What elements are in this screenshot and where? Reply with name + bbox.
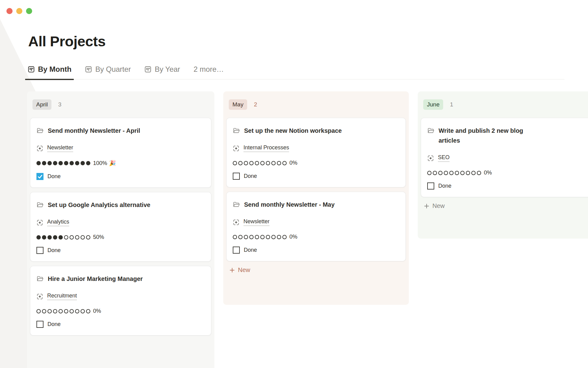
progress-dot [42,309,46,313]
check-icon [37,174,43,179]
progress-dot [433,171,437,175]
progress-dot [255,161,259,165]
column-tag-june[interactable]: June [423,99,443,110]
open-folder-icon [36,275,44,282]
done-checkbox[interactable] [233,247,240,254]
done-checkbox[interactable] [36,247,43,254]
new-item-label: New [238,266,250,274]
progress-dot [244,161,248,165]
progress-dot [460,171,465,175]
progress-dot [75,161,79,165]
tab-label: By Month [38,65,71,74]
progress-row: 100% 🎉 [36,160,205,167]
progress-dot [58,309,63,313]
progress-dot [81,235,85,240]
open-folder-icon [36,127,44,134]
new-item-button[interactable]: New [421,199,588,213]
progress-dot [249,235,254,239]
tab-by-month[interactable]: By Month [28,65,71,74]
page-title: All Projects [28,33,106,50]
project-card[interactable]: Hire a Junior Marketing Manager Recruitm… [30,266,211,335]
new-item-label: New [432,202,445,209]
progress-dot [53,309,57,313]
project-card[interactable]: Set up Google Analytics alternative Anal… [30,192,211,262]
notion-board-page: All Projects By Month By Quarter By Year [0,0,588,368]
progress-percent: 100% [93,160,107,167]
progress-dot [64,309,68,313]
progress-percent: 50% [93,234,104,240]
column-header: May 2 [223,91,409,110]
tab-by-quarter[interactable]: By Quarter [85,65,131,74]
zoom-window-button[interactable] [26,8,32,14]
project-card[interactable]: Send monthly Newsletter - May Newsletter… [226,192,406,261]
progress-dot [75,309,79,313]
project-relation-link[interactable]: Newsletter [233,218,270,226]
close-window-button[interactable] [6,8,13,14]
progress-percent: 0% [289,160,297,166]
column-header: April 3 [27,91,214,110]
progress-dot [271,161,276,165]
column-tag-may[interactable]: May [229,99,247,110]
relation-label: Internal Processes [243,144,289,152]
project-relation-link[interactable]: Internal Processes [233,144,289,152]
progress-dot [255,235,259,239]
progress-dot [36,309,41,313]
board-column-june: June 1 Write and publish 2 new blog arti… [418,91,588,239]
project-relation-link[interactable]: Recruitment [36,293,77,300]
progress-dot [81,161,85,165]
progress-dot [471,171,476,175]
relation-target-icon [233,145,239,152]
progress-percent: 0% [289,234,297,240]
minimize-window-button[interactable] [16,8,22,14]
progress-dot [86,309,90,313]
relation-target-icon [36,293,43,300]
progress-dot [53,235,57,240]
card-title: Hire a Junior Marketing Manager [48,274,143,284]
progress-dot [244,235,248,239]
project-card[interactable]: Write and publish 2 new blog articles SE… [421,118,588,197]
relation-label: Analytics [47,219,69,226]
board-column-may: May 2 Set up the new Notion workspace In… [223,91,409,305]
done-checkbox[interactable] [36,321,43,328]
project-relation-link[interactable]: Analytics [36,219,69,226]
progress-dot [238,235,243,239]
progress-dot [42,235,46,240]
tab-by-year[interactable]: By Year [144,65,180,74]
window-controls [6,8,32,14]
progress-dot [466,171,470,175]
tab-more-views[interactable]: 2 more… [194,65,224,74]
progress-row: 0% [233,160,399,166]
progress-dot [282,161,287,165]
done-label: Done [47,321,61,328]
relation-target-icon [36,145,43,152]
project-card[interactable]: Send monthly Newsletter - April Newslett… [30,118,211,188]
done-checkbox[interactable] [233,173,240,180]
open-folder-icon [427,127,435,134]
progress-dot [47,235,52,240]
progress-dot [64,161,68,165]
progress-percent: 0% [484,170,492,176]
column-card-count: 3 [58,101,62,108]
progress-percent: 0% [93,308,101,314]
project-relation-link[interactable]: SEO [427,154,450,162]
progress-dots [233,161,287,165]
open-folder-icon [36,201,44,209]
progress-dot [260,235,265,239]
progress-dot [260,161,265,165]
card-title: Send monthly Newsletter - April [48,126,140,136]
progress-dot [47,161,52,165]
project-card[interactable]: Set up the new Notion workspace Internal… [226,118,406,187]
project-relation-link[interactable]: Newsletter [36,144,73,152]
card-title: Set up the new Notion workspace [244,126,342,136]
progress-dot [438,171,443,175]
relation-label: Newsletter [47,144,73,152]
done-checkbox[interactable] [36,173,43,180]
column-header: June 1 [418,91,588,110]
done-checkbox[interactable] [427,182,434,190]
relation-label: Newsletter [243,218,270,226]
column-tag-april[interactable]: April [32,99,51,110]
new-item-button[interactable]: New [226,263,406,277]
done-label: Done [244,173,257,179]
progress-dot [427,171,432,175]
progress-dot [81,309,85,313]
